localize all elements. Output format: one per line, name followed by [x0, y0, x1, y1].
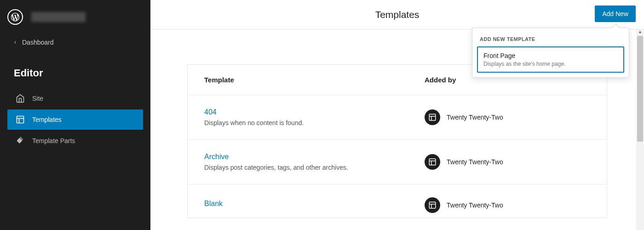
- added-by-cell: Twenty Twenty-Two: [425, 197, 590, 213]
- svg-rect-8: [429, 159, 436, 165]
- template-description: Displays post categories, tags, and othe…: [204, 164, 425, 171]
- main-content: Templates Add New Template Added by 404 …: [150, 0, 644, 230]
- added-by-label: Twenty Twenty-Two: [447, 114, 503, 121]
- table-row: Archive Displays post categories, tags, …: [188, 140, 607, 184]
- template-cell: Archive Displays post categories, tags, …: [204, 153, 425, 171]
- sidebar-nav: Site Templates Template Parts: [0, 88, 150, 151]
- site-name-redacted: [31, 12, 86, 22]
- template-cell: 404 Displays when no content is found.: [204, 108, 425, 126]
- sidebar-item-site[interactable]: Site: [7, 88, 143, 109]
- add-new-button[interactable]: Add New: [595, 6, 636, 22]
- popover-option-title: Front Page: [483, 52, 618, 59]
- chevron-left-icon: [13, 40, 17, 45]
- template-name-link[interactable]: 404: [204, 108, 425, 116]
- theme-icon: [425, 109, 440, 125]
- template-name-link[interactable]: Archive: [204, 153, 425, 161]
- table-row: 404 Displays when no content is found. T…: [188, 95, 607, 140]
- svg-rect-0: [17, 116, 24, 123]
- dashboard-label: Dashboard: [22, 39, 54, 46]
- sidebar-item-label: Template Parts: [32, 137, 75, 144]
- added-by-label: Twenty Twenty-Two: [447, 201, 503, 209]
- wordpress-logo-icon[interactable]: [7, 9, 23, 25]
- template-name-link[interactable]: Blank: [204, 200, 425, 208]
- sidebar-item-label: Templates: [32, 116, 62, 123]
- editor-heading: Editor: [0, 51, 150, 88]
- sidebar-item-template-parts[interactable]: Template Parts: [7, 131, 143, 151]
- added-by-cell: Twenty Twenty-Two: [425, 154, 590, 170]
- table-row: Blank Twenty Twenty-Two: [188, 184, 607, 218]
- scrollbar[interactable]: ▲: [636, 29, 644, 230]
- theme-icon: [425, 154, 440, 170]
- sidebar-item-label: Site: [32, 95, 43, 102]
- added-by-cell: Twenty Twenty-Two: [425, 109, 590, 125]
- add-new-template-popover: ADD NEW TEMPLATE Front Page Displays as …: [472, 28, 629, 78]
- popover-option-desc: Displays as the site's home page.: [483, 61, 618, 67]
- templates-table: Template Added by 404 Displays when no c…: [187, 64, 607, 218]
- template-cell: Blank: [204, 200, 425, 211]
- sidebar-header: [0, 0, 150, 34]
- added-by-label: Twenty Twenty-Two: [447, 158, 503, 166]
- dashboard-back-link[interactable]: Dashboard: [0, 34, 150, 51]
- topbar: Templates Add New: [150, 0, 644, 29]
- theme-icon: [425, 197, 440, 213]
- sidebar-item-templates[interactable]: Templates: [7, 109, 143, 130]
- page-title: Templates: [375, 9, 420, 20]
- svg-rect-5: [429, 114, 436, 121]
- popover-option-front-page[interactable]: Front Page Displays as the site's home p…: [477, 46, 624, 73]
- template-description: Displays when no content is found.: [204, 119, 425, 126]
- svg-rect-11: [429, 202, 436, 208]
- layout-icon: [16, 115, 25, 124]
- sidebar: Dashboard Editor Site Templates Template…: [0, 0, 150, 230]
- home-icon: [16, 94, 25, 103]
- diamond-icon: [16, 136, 25, 145]
- column-header-template: Template: [204, 76, 425, 84]
- scroll-up-arrow-icon[interactable]: ▲: [636, 29, 644, 34]
- scrollbar-thumb[interactable]: [637, 36, 643, 142]
- popover-heading: ADD NEW TEMPLATE: [472, 28, 629, 46]
